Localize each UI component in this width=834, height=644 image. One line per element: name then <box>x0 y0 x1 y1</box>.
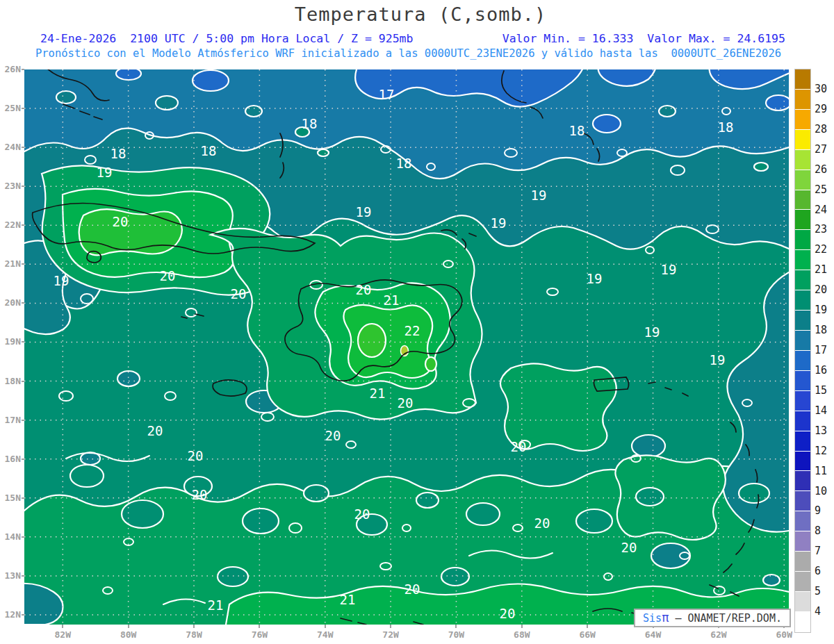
lat-tick <box>22 224 24 226</box>
contour-label-20: 20 <box>231 286 247 302</box>
lat-tick <box>22 302 24 304</box>
temperature-contour-map: 1718181818181819191919191919191920202020… <box>24 69 789 625</box>
colorbar-segment <box>795 572 810 592</box>
lat-tick-label: 20N <box>1 297 21 308</box>
colorbar-segment <box>795 351 810 371</box>
colorbar-tick-label: 28 <box>815 123 827 135</box>
contour-label-21: 21 <box>208 597 224 613</box>
sispi-logo: Sis <box>643 612 662 625</box>
colorbar-segment <box>795 471 810 491</box>
contour-label-18: 18 <box>302 116 318 131</box>
contour-label-19: 19 <box>54 273 70 288</box>
colorbar-segment <box>795 190 810 210</box>
contour-label-20: 20 <box>192 487 208 502</box>
colorbar-tick-label: 15 <box>815 384 827 397</box>
lon-tick-label: 72W <box>375 629 406 640</box>
colorbar-tick-label: 13 <box>815 424 827 437</box>
colorbar-segment <box>795 552 810 572</box>
lat-tick <box>22 147 24 148</box>
colorbar-segment <box>795 452 810 472</box>
lat-tick-label: 22N <box>1 220 21 230</box>
colorbar-tick-label: 21 <box>815 263 827 276</box>
lon-tick-label: 76W <box>244 629 275 640</box>
colorbar-tick-label: 16 <box>815 364 827 377</box>
contour-label-21: 21 <box>384 292 400 308</box>
colorbar-tick-label: 20 <box>815 283 827 296</box>
branding-box: Sisπ – ONAMET/REP.DOM. <box>634 609 791 627</box>
lon-tick-label: 68W <box>507 629 537 640</box>
colorbar-tick-label: 8 <box>815 525 821 537</box>
onamet-label: – ONAMET/REP.DOM. <box>669 612 782 625</box>
colorbar-segment <box>795 331 810 351</box>
contour-label-20: 20 <box>160 268 176 283</box>
lat-tick <box>22 69 24 70</box>
contour-label-20: 20 <box>500 606 516 621</box>
contour-label-20: 20 <box>398 395 414 411</box>
lat-tick <box>22 185 24 187</box>
colorbar-tick-label: 25 <box>815 183 827 196</box>
model-info-label: Pronóstico con el Modelo Atmósferico WRF… <box>24 47 792 60</box>
lon-tick <box>325 625 326 628</box>
lon-tick-label: 78W <box>179 629 209 640</box>
colorbar-segment <box>795 612 810 632</box>
lon-tick-label: 70W <box>441 629 471 640</box>
lon-tick <box>62 625 63 628</box>
lat-tick <box>22 381 24 382</box>
contour-label-21: 21 <box>370 386 386 401</box>
colorbar-tick-label: 9 <box>815 504 821 517</box>
colorbar-segment <box>795 250 810 270</box>
lat-tick <box>22 575 24 577</box>
lat-tick-label: 18N <box>1 376 21 386</box>
lat-tick-label: 26N <box>1 64 21 74</box>
colorbar-segment <box>795 170 810 190</box>
contour-label-18: 18 <box>718 119 734 135</box>
lat-tick-label: 12N <box>1 609 21 620</box>
colorbar-tick-label: 23 <box>815 223 827 236</box>
colorbar-tick-label: 27 <box>815 143 827 156</box>
contour-label-21: 21 <box>340 592 356 607</box>
colorbar-segment <box>795 270 810 290</box>
contour-label-20: 20 <box>511 439 527 454</box>
lon-tick-label: 82W <box>47 629 78 640</box>
lon-tick-label: 74W <box>310 629 341 640</box>
contour-label-20: 20 <box>147 423 163 438</box>
contour-label-20: 20 <box>356 282 372 297</box>
lat-tick-label: 25N <box>1 103 21 113</box>
colorbar-segment <box>795 90 810 110</box>
lat-tick-label: 24N <box>1 142 21 152</box>
contour-label-20: 20 <box>354 506 370 522</box>
colorbar-tick-label: 12 <box>815 445 827 457</box>
colorbar-tick-label: 17 <box>815 344 827 356</box>
colorbar-segment <box>795 110 810 130</box>
contour-label-18: 18 <box>201 143 217 158</box>
latitude-axis: 26N25N24N23N22N21N20N19N18N17N16N15N14N1… <box>0 69 24 632</box>
colorbar-segment <box>795 592 810 612</box>
colorbar-segment <box>795 531 810 552</box>
lon-tick <box>259 625 260 628</box>
contour-label-19: 19 <box>710 352 726 368</box>
lon-tick-label: 62W <box>703 629 734 640</box>
lon-tick <box>128 625 129 628</box>
lon-tick-label: 64W <box>638 629 669 640</box>
lat-tick <box>22 420 24 421</box>
lat-tick <box>22 614 24 616</box>
lon-tick <box>390 625 391 628</box>
contour-label-22: 22 <box>404 323 420 338</box>
colorbar-segment <box>795 391 810 411</box>
colorbar-segment <box>795 491 810 511</box>
colorbar-tick-labels: 3029282726252423222120191817161514131211… <box>815 69 833 633</box>
colorbar-tick-label: 14 <box>815 404 827 417</box>
page-title: Temperatura (C,somb.) <box>24 3 817 25</box>
colorbar-tick-label: 10 <box>815 485 827 497</box>
lon-tick-label: 80W <box>113 629 144 640</box>
contour-label-20: 20 <box>621 540 637 555</box>
colorbar-segment <box>795 290 810 311</box>
map-area: 1718181818181819191919191919191920202020… <box>24 69 789 625</box>
weather-map-page: Temperatura (C,somb.) 24-Ene-2026 2100 U… <box>0 0 834 644</box>
lat-tick <box>22 459 24 460</box>
lon-tick <box>521 625 523 628</box>
lon-tick-label: 66W <box>572 629 603 640</box>
contour-label-20: 20 <box>113 214 129 229</box>
lat-tick <box>22 536 24 538</box>
colorbar-tick-label: 29 <box>815 103 827 115</box>
